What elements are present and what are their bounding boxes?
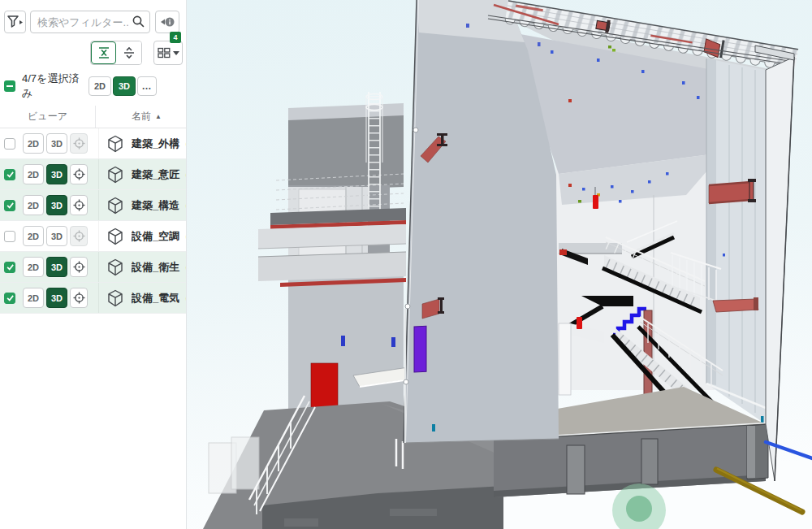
expand-all-icon bbox=[123, 46, 136, 59]
edge-node bbox=[413, 128, 418, 132]
expand-all-button[interactable] bbox=[116, 41, 141, 64]
target-icon bbox=[73, 292, 85, 304]
purple-panel bbox=[414, 326, 426, 372]
row-3d-button[interactable]: 3D bbox=[46, 133, 67, 154]
check-icon bbox=[6, 201, 15, 210]
model-cube-icon bbox=[106, 166, 124, 184]
target-icon bbox=[73, 230, 85, 242]
table-row: 2D 3D bbox=[0, 128, 186, 159]
model-cube-icon bbox=[106, 258, 124, 276]
row-3d-button[interactable]: 3D bbox=[46, 195, 67, 215]
chevron-down-icon bbox=[173, 51, 179, 55]
row-2d-button[interactable]: 2D bbox=[23, 257, 44, 277]
target-icon bbox=[73, 168, 85, 180]
check-icon bbox=[6, 262, 15, 271]
right-interior-wall bbox=[706, 59, 766, 424]
row-checkbox[interactable] bbox=[4, 169, 15, 180]
row-focus-button[interactable] bbox=[70, 164, 88, 184]
table-header: ビューア 名前 ▲ bbox=[0, 106, 186, 128]
row-label: 建築_意匠（ bbox=[132, 167, 186, 182]
model-panel: 4 bbox=[0, 0, 187, 529]
blue-fixture bbox=[341, 336, 345, 346]
bim-viewer-app: 4 bbox=[0, 0, 812, 529]
info-collapse-icon bbox=[159, 15, 175, 28]
row-label: 設備_衛生（ bbox=[132, 260, 186, 275]
row-name-cell: 設備_衛生（ bbox=[98, 252, 186, 282]
row-label: 設備_空調（ bbox=[132, 229, 186, 244]
table-row: 2D 3D bbox=[0, 190, 186, 221]
row-focus-button[interactable] bbox=[70, 288, 88, 308]
global-2d-button[interactable]: 2D bbox=[89, 76, 111, 96]
row-checkbox[interactable] bbox=[4, 200, 15, 211]
row-2d-button[interactable]: 2D bbox=[23, 195, 44, 215]
collapse-info-button[interactable]: 4 bbox=[155, 11, 179, 33]
target-icon bbox=[73, 261, 85, 273]
row-2d-button[interactable]: 2D bbox=[23, 288, 44, 308]
global-mode-switch: 2D 3D … bbox=[89, 76, 157, 96]
pier bbox=[567, 445, 585, 494]
row-focus-button[interactable] bbox=[70, 226, 88, 246]
teal-fixture bbox=[761, 416, 764, 423]
check-icon bbox=[6, 293, 15, 302]
select-all-checkbox[interactable] bbox=[4, 80, 15, 92]
expand-collapse-group bbox=[90, 41, 142, 65]
table-row: 2D 3D bbox=[0, 252, 186, 283]
model-cube-icon bbox=[106, 135, 124, 153]
row-2d-button[interactable]: 2D bbox=[23, 226, 44, 246]
row-checkbox[interactable] bbox=[4, 138, 15, 150]
tree-toolbar bbox=[0, 33, 186, 65]
model-cube-icon bbox=[106, 289, 124, 307]
table-row: 2D 3D bbox=[0, 283, 186, 314]
name-column-header[interactable]: 名前 ▲ bbox=[95, 106, 186, 128]
edge-node bbox=[404, 379, 408, 384]
fire-extinguisher bbox=[577, 317, 582, 329]
collapse-all-button[interactable] bbox=[91, 41, 116, 64]
row-3d-button[interactable]: 3D bbox=[46, 164, 67, 184]
row-checkbox[interactable] bbox=[4, 231, 15, 242]
row-checkbox[interactable] bbox=[4, 262, 15, 273]
row-name-cell: 設備_電気（ bbox=[98, 283, 186, 313]
row-focus-button[interactable] bbox=[70, 257, 88, 277]
viewport-3d[interactable] bbox=[187, 0, 812, 529]
row-checkbox[interactable] bbox=[4, 293, 15, 304]
row-name-cell: 設備_空調（ bbox=[98, 221, 186, 251]
row-focus-button[interactable] bbox=[70, 133, 88, 154]
row-name-cell: 建築_外構（ bbox=[98, 128, 186, 158]
target-icon bbox=[73, 137, 85, 150]
global-3d-button[interactable]: 3D bbox=[113, 76, 136, 96]
blue-fixture bbox=[391, 337, 395, 347]
row-3d-button[interactable]: 3D bbox=[46, 257, 67, 277]
row-3d-button[interactable]: 3D bbox=[46, 226, 67, 246]
table-row: 2D 3D bbox=[0, 159, 186, 190]
search-icon bbox=[132, 15, 145, 28]
search-toolbar: 4 bbox=[0, 0, 186, 33]
more-options-button[interactable]: … bbox=[137, 76, 157, 96]
layout-grid-icon bbox=[158, 46, 171, 59]
teal-fixture bbox=[432, 424, 435, 431]
white-pillar bbox=[559, 323, 571, 395]
model-3d-canvas[interactable] bbox=[187, 0, 812, 529]
pier bbox=[641, 439, 658, 484]
collapse-all-icon bbox=[97, 46, 110, 59]
row-3d-button[interactable]: 3D bbox=[46, 288, 67, 308]
sort-asc-icon: ▲ bbox=[155, 113, 162, 120]
row-2d-button[interactable]: 2D bbox=[23, 164, 44, 184]
target-icon bbox=[73, 199, 85, 211]
search-field-wrap bbox=[30, 11, 150, 33]
layout-dropdown-button[interactable] bbox=[153, 41, 183, 65]
table-row: 2D 3D bbox=[0, 221, 186, 252]
model-cube-icon bbox=[106, 197, 124, 215]
row-name-cell: 建築_意匠（ bbox=[98, 159, 186, 189]
name-header-label: 名前 bbox=[132, 110, 151, 124]
row-label: 建築_構造（ bbox=[132, 198, 186, 213]
row-label: 設備_電気（ bbox=[132, 291, 186, 306]
indeterminate-icon bbox=[6, 82, 14, 90]
row-label: 建築_外構（ bbox=[132, 137, 186, 151]
row-2d-button[interactable]: 2D bbox=[23, 133, 44, 154]
filter-button[interactable] bbox=[4, 11, 26, 33]
model-rows: 2D 3D bbox=[0, 128, 186, 314]
row-focus-button[interactable] bbox=[70, 195, 88, 215]
selection-toolbar: 4/7を選択済み 2D 3D … bbox=[0, 65, 186, 101]
entrance-door-red bbox=[311, 363, 338, 410]
viewer-column-header: ビューア bbox=[0, 110, 95, 124]
